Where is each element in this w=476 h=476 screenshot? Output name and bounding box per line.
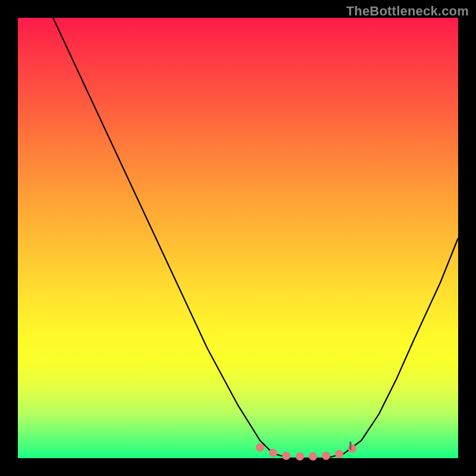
plot-area [18,18,458,458]
highlight-dot [269,449,277,457]
grey-tick-icon [349,441,351,450]
highlight-dot [309,452,317,461]
chart-frame: TheBottleneck.com [0,0,476,476]
highlight-dot [296,452,304,461]
highlight-dot [282,452,290,460]
highlight-dot [322,452,330,460]
watermark-text: TheBottleneck.com [346,4,469,19]
highlight-dot [256,443,264,452]
highlight-dots-layer [18,18,458,458]
highlight-dot [335,450,343,458]
